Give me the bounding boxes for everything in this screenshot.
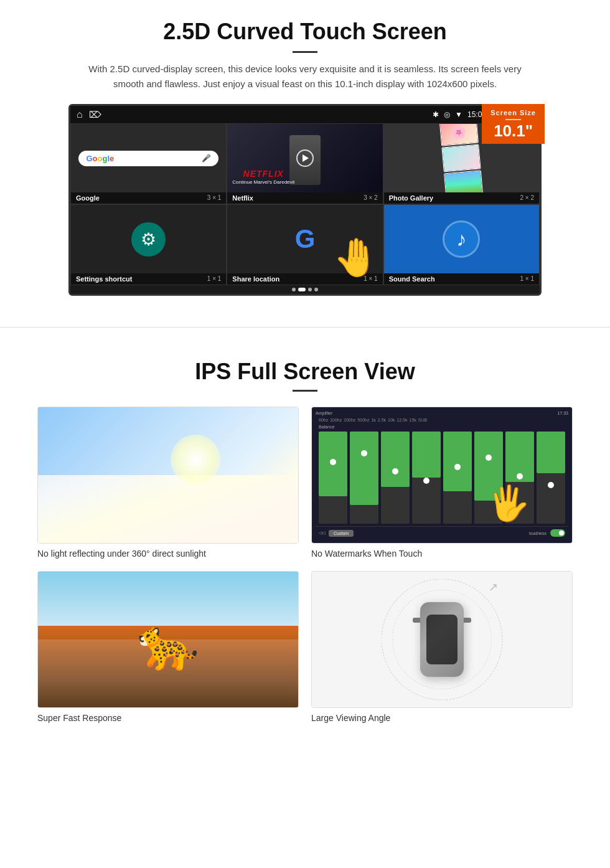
dot-3	[308, 288, 312, 291]
section1-description: With 2.5D curved-display screen, this de…	[87, 62, 523, 92]
car-image: ↗	[312, 572, 572, 707]
amplifier-image: Amplifier 17:33 60hz100hz200hz500hz1k2.5…	[312, 407, 572, 543]
google-search-bar[interactable]: G o o g l e 🎤	[78, 151, 218, 166]
netflix-app-name: Netflix	[232, 194, 253, 202]
settings-thumbnail: ⚙	[71, 205, 226, 273]
google-label-bar: Google 3 × 1	[71, 192, 226, 204]
google-app-name: Google	[76, 194, 100, 202]
settings-icon-circle: ⚙	[131, 222, 166, 257]
dot-1	[292, 288, 296, 291]
gallery-app-name: Photo Gallery	[389, 194, 434, 202]
cheetah-emoji: 🐆	[137, 615, 199, 674]
sunlight-image-box	[37, 407, 299, 544]
app-grid: G o o g l e 🎤 Google 3 × 1	[70, 123, 540, 285]
netflix-logo-text: NETFLIX	[232, 169, 294, 179]
netflix-badge: NETFLIX Continue Marvel's Daredevil	[232, 169, 294, 185]
sound-thumbnail: ♪	[384, 205, 539, 273]
pagination-dots	[70, 285, 540, 294]
settings-app-name: Settings shortcut	[76, 275, 132, 283]
landscape-photo	[444, 171, 482, 192]
music-note-circle: ♪	[443, 220, 480, 258]
netflix-label-bar: Netflix 3 × 2	[227, 192, 382, 204]
feature-amplifier: Amplifier 17:33 60hz100hz200hz500hz1k2.5…	[311, 407, 573, 559]
status-bar: ⌂ ⌦ ✱ ◎ ▼ 15:06 ⊡ ◁) ⊠ ▭	[70, 106, 540, 123]
features-grid: No light reflecting under 360° direct su…	[37, 407, 573, 723]
hand-touch-icon: 🤚	[333, 235, 380, 280]
location-icon: ◎	[444, 110, 450, 119]
usb-icon: ⌦	[89, 110, 101, 120]
gallery-photo-1: 🌸	[439, 124, 479, 146]
settings-label-bar: Settings shortcut 1 × 1	[71, 273, 226, 285]
gallery-app-size: 2 × 2	[520, 194, 534, 202]
mic-icon: 🎤	[202, 154, 211, 163]
amp-header: Amplifier 17:33	[316, 411, 568, 415]
device-screen: ⌂ ⌦ ✱ ◎ ▼ 15:06 ⊡ ◁) ⊠ ▭	[68, 104, 542, 296]
gallery-stack: 🌸	[439, 124, 484, 192]
app-cell-google[interactable]: G o o g l e 🎤 Google 3 × 1	[70, 123, 227, 204]
title-divider	[293, 51, 317, 53]
feature-car: ↗ Large Viewing Angle	[311, 571, 573, 723]
sound-app-size: 1 × 1	[520, 275, 534, 283]
car-caption: Large Viewing Angle	[311, 713, 573, 723]
google-app-size: 3 × 1	[207, 194, 222, 202]
car-image-box: ↗	[311, 571, 573, 708]
netflix-play-btn[interactable]	[296, 149, 314, 167]
sunlight-caption: No light reflecting under 360° direct su…	[37, 549, 299, 559]
app-cell-netflix[interactable]: NETFLIX Continue Marvel's Daredevil Netf…	[227, 123, 383, 204]
maps-g-icon: G	[295, 224, 316, 254]
sunlight-image	[38, 407, 298, 543]
status-bar-left: ⌂ ⌦	[77, 109, 101, 120]
play-triangle	[303, 154, 309, 162]
dot-2-active	[298, 288, 306, 291]
wifi-icon: ▼	[455, 110, 462, 119]
section-divider-line	[0, 327, 610, 328]
scene-photo	[443, 145, 481, 172]
netflix-app-size: 3 × 2	[364, 194, 378, 202]
feature-cheetah: 🐆 Super Fast Response	[37, 571, 299, 723]
cheetah-image-box: 🐆	[37, 571, 299, 708]
section2-title-divider	[293, 390, 317, 392]
section-curved-screen: 2.5D Curved Touch Screen With 2.5D curve…	[0, 0, 610, 308]
section-ips-screen: IPS Full Screen View No light reflecting…	[0, 346, 610, 742]
app-cell-share[interactable]: G 🤚 Share location 1 × 1	[227, 204, 383, 285]
feature-sunlight: No light reflecting under 360° direct su…	[37, 407, 299, 559]
section2-title: IPS Full Screen View	[37, 359, 573, 385]
cheetah-caption: Super Fast Response	[37, 713, 299, 723]
netflix-thumbnail: NETFLIX Continue Marvel's Daredevil	[227, 124, 382, 192]
netflix-subtitle: Continue Marvel's Daredevil	[232, 179, 294, 185]
settings-app-size: 1 × 1	[207, 275, 222, 283]
screen-size-label: Screen Size	[490, 109, 536, 116]
device-mockup: Screen Size 10.1" ⌂ ⌦ ✱ ◎ ▼ 15:06 ⊡ ◁) ⊠	[68, 104, 542, 296]
bluetooth-icon: ✱	[433, 110, 439, 119]
google-thumbnail: G o o g l e 🎤	[71, 124, 226, 192]
sound-label-bar: Sound Search 1 × 1	[384, 273, 539, 285]
share-app-name: Share location	[232, 275, 279, 283]
share-thumbnail: G 🤚	[227, 205, 382, 273]
app-cell-sound[interactable]: ♪ Sound Search 1 × 1	[383, 204, 540, 285]
app-cell-settings[interactable]: ⚙ Settings shortcut 1 × 1	[70, 204, 227, 285]
amplifier-caption: No Watermarks When Touch	[311, 549, 573, 559]
screen-size-badge: Screen Size 10.1"	[482, 104, 545, 144]
gallery-photo-2	[442, 144, 481, 172]
flower-photo: 🌸	[440, 124, 478, 146]
amp-title: Amplifier	[316, 411, 332, 415]
screen-size-value: 10.1"	[490, 123, 536, 139]
home-icon[interactable]: ⌂	[77, 109, 83, 120]
dot-4	[314, 288, 318, 291]
google-logo: G	[86, 154, 92, 163]
music-note-icon: ♪	[456, 228, 466, 251]
sound-app-name: Sound Search	[389, 275, 435, 283]
cheetah-image: 🐆	[38, 572, 298, 707]
gallery-photo-3	[444, 170, 483, 192]
gallery-label-bar: Photo Gallery 2 × 2	[384, 192, 539, 204]
amplifier-image-box: Amplifier 17:33 60hz100hz200hz500hz1k2.5…	[311, 407, 573, 544]
gear-icon: ⚙	[141, 229, 156, 250]
section1-title: 2.5D Curved Touch Screen	[37, 19, 573, 45]
amp-time: 17:33	[557, 411, 568, 415]
badge-divider	[505, 119, 521, 120]
